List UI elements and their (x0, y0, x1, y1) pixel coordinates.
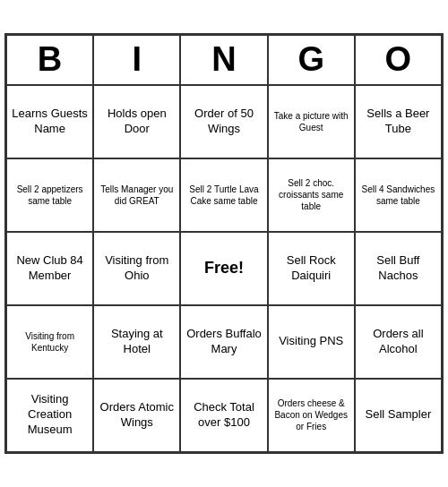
bingo-cell-text-10: New Club 84 Member (10, 253, 90, 284)
bingo-cell-11: Visiting from Ohio (93, 232, 180, 305)
bingo-cell-4: Sells a Beer Tube (355, 85, 442, 158)
bingo-cell-text-16: Staying at Hotel (97, 327, 177, 357)
bingo-cell-text-13: Sell Rock Daiquiri (271, 253, 351, 284)
bingo-letter-i: I (93, 35, 180, 85)
bingo-cell-text-22: Check Total over $100 (184, 400, 263, 431)
bingo-cell-2: Order of 50 Wings (180, 85, 267, 158)
bingo-cell-21: Orders Atomic Wings (93, 379, 180, 452)
bingo-cell-text-18: Visiting PNS (279, 334, 343, 349)
bingo-cell-0: Learns Guests Name (6, 85, 93, 158)
bingo-cell-1: Holds open Door (93, 85, 180, 158)
bingo-cell-6: Tells Manager you did GREAT (93, 158, 180, 232)
bingo-cell-text-8: Sell 2 choc. croissants same table (271, 177, 351, 212)
bingo-cell-text-1: Holds open Door (97, 107, 177, 137)
bingo-cell-15: Visiting from Kentucky (6, 305, 93, 379)
bingo-cell-text-0: Learns Guests Name (10, 107, 90, 137)
bingo-cell-9: Sell 4 Sandwiches same table (355, 158, 442, 232)
bingo-cell-text-20: Visiting Creation Museum (10, 392, 90, 438)
bingo-cell-text-19: Orders all Alcohol (358, 327, 438, 357)
bingo-cell-17: Orders Buffalo Mary (180, 305, 267, 379)
bingo-cell-22: Check Total over $100 (180, 379, 267, 452)
bingo-cell-19: Orders all Alcohol (355, 305, 442, 379)
bingo-letter-n: N (180, 35, 267, 85)
bingo-cell-text-23: Orders cheese & Bacon on Wedges or Fries (271, 397, 351, 432)
bingo-cell-text-21: Orders Atomic Wings (97, 400, 177, 431)
bingo-cell-18: Visiting PNS (268, 305, 355, 379)
bingo-card: BINGO Learns Guests NameHolds open DoorO… (4, 33, 444, 454)
bingo-cell-23: Orders cheese & Bacon on Wedges or Fries (268, 379, 355, 452)
bingo-cell-14: Sell Buff Nachos (355, 232, 442, 305)
bingo-cell-text-17: Orders Buffalo Mary (184, 327, 263, 357)
bingo-cell-text-24: Sell Sampler (366, 407, 432, 423)
bingo-cell-7: Sell 2 Turtle Lava Cake same table (180, 158, 267, 232)
bingo-cell-3: Take a picture with Guest (268, 85, 355, 158)
bingo-cell-text-9: Sell 4 Sandwiches same table (358, 184, 438, 207)
bingo-header: BINGO (6, 35, 442, 85)
bingo-cell-text-4: Sells a Beer Tube (358, 107, 438, 137)
bingo-cell-24: Sell Sampler (355, 379, 442, 452)
bingo-cell-8: Sell 2 choc. croissants same table (268, 158, 355, 232)
bingo-grid: Learns Guests NameHolds open DoorOrder o… (6, 85, 442, 452)
bingo-cell-20: Visiting Creation Museum (6, 379, 93, 452)
bingo-cell-text-7: Sell 2 Turtle Lava Cake same table (184, 184, 263, 207)
bingo-letter-g: G (268, 35, 355, 85)
bingo-cell-text-15: Visiting from Kentucky (10, 330, 90, 354)
bingo-cell-text-2: Order of 50 Wings (184, 107, 263, 137)
bingo-cell-10: New Club 84 Member (6, 232, 93, 305)
bingo-letter-b: B (6, 35, 93, 85)
bingo-cell-text-14: Sell Buff Nachos (358, 253, 438, 284)
bingo-cell-13: Sell Rock Daiquiri (268, 232, 355, 305)
bingo-cell-16: Staying at Hotel (93, 305, 180, 379)
bingo-cell-5: Sell 2 appetizers same table (6, 158, 93, 232)
bingo-cell-text-5: Sell 2 appetizers same table (10, 184, 90, 207)
bingo-cell-text-11: Visiting from Ohio (97, 253, 177, 284)
bingo-cell-text-6: Tells Manager you did GREAT (97, 184, 177, 207)
bingo-cell-12: Free! (180, 232, 267, 305)
bingo-cell-text-3: Take a picture with Guest (271, 110, 351, 133)
bingo-letter-o: O (355, 35, 442, 85)
